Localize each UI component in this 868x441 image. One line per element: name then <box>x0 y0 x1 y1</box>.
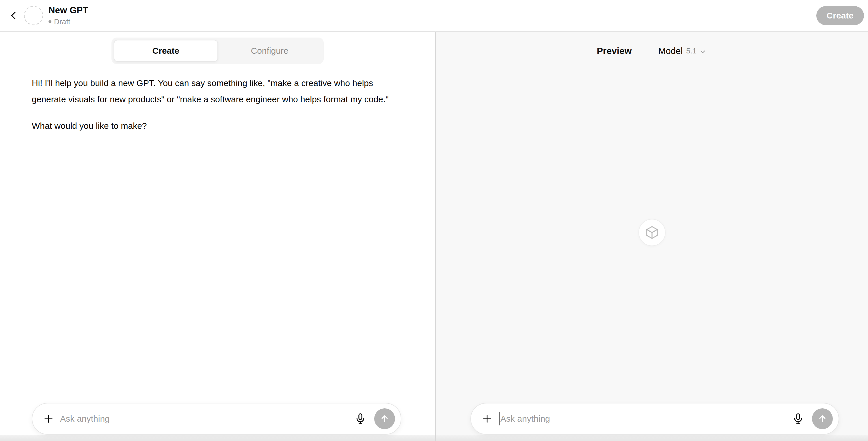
back-button[interactable] <box>6 8 21 23</box>
model-version: 5.1 <box>686 46 696 56</box>
preview-chat-input[interactable] <box>500 410 788 428</box>
gpt-preview-placeholder <box>639 219 665 246</box>
builder-messages: Hi! I'll help you build a new GPT. You c… <box>0 64 435 134</box>
header-bar: New GPT Draft Create <box>0 0 868 32</box>
model-label: Model <box>658 46 683 56</box>
chevron-down-icon <box>699 48 707 56</box>
status-row: Draft <box>49 17 88 26</box>
preview-panel: Preview Model 5.1 <box>436 32 868 441</box>
status-badge: Draft <box>54 17 70 26</box>
tab-configure[interactable]: Configure <box>218 40 321 62</box>
title-block: New GPT Draft <box>49 5 88 26</box>
gpt-builder-app: New GPT Draft Create Create Configure Hi… <box>0 0 868 441</box>
plus-icon <box>482 413 493 424</box>
tab-switcher: Create Configure <box>112 37 324 64</box>
preview-header: Preview Model 5.1 <box>436 45 868 56</box>
attach-button[interactable] <box>42 412 55 425</box>
preview-title: Preview <box>597 45 632 56</box>
send-button[interactable] <box>812 408 833 429</box>
create-gpt-button[interactable]: Create <box>816 6 864 25</box>
assistant-question: What would you like to make? <box>32 118 404 134</box>
builder-panel: Create Configure Hi! I'll help you build… <box>0 32 435 441</box>
dictate-button[interactable] <box>791 412 805 426</box>
plus-icon <box>43 413 54 424</box>
dashed-circle-avatar-icon <box>24 6 43 25</box>
header-left-group: New GPT Draft <box>6 5 88 26</box>
assistant-message: Hi! I'll help you build a new GPT. You c… <box>32 75 404 107</box>
microphone-icon <box>792 412 804 425</box>
builder-composer <box>32 403 401 435</box>
panel-divider <box>435 32 436 441</box>
bottom-edge-strip <box>0 435 868 441</box>
arrow-up-icon <box>817 413 828 424</box>
attach-button[interactable] <box>481 412 494 425</box>
tab-create[interactable]: Create <box>114 40 218 62</box>
arrow-up-icon <box>379 413 390 424</box>
page-title: New GPT <box>49 5 88 15</box>
builder-chat-input[interactable] <box>60 410 350 428</box>
draft-status-dot <box>49 20 52 23</box>
send-button[interactable] <box>374 408 395 429</box>
tab-switcher-wrap: Create Configure <box>0 37 435 64</box>
gpt-avatar-placeholder[interactable] <box>24 6 43 25</box>
text-cursor <box>499 412 500 426</box>
microphone-icon <box>354 412 367 425</box>
model-selector[interactable]: Model 5.1 <box>658 46 707 56</box>
chevron-left-icon <box>8 10 20 21</box>
main-area: Create Configure Hi! I'll help you build… <box>0 32 868 441</box>
cube-icon <box>645 225 659 240</box>
preview-composer <box>470 403 839 435</box>
dictate-button[interactable] <box>353 412 367 426</box>
